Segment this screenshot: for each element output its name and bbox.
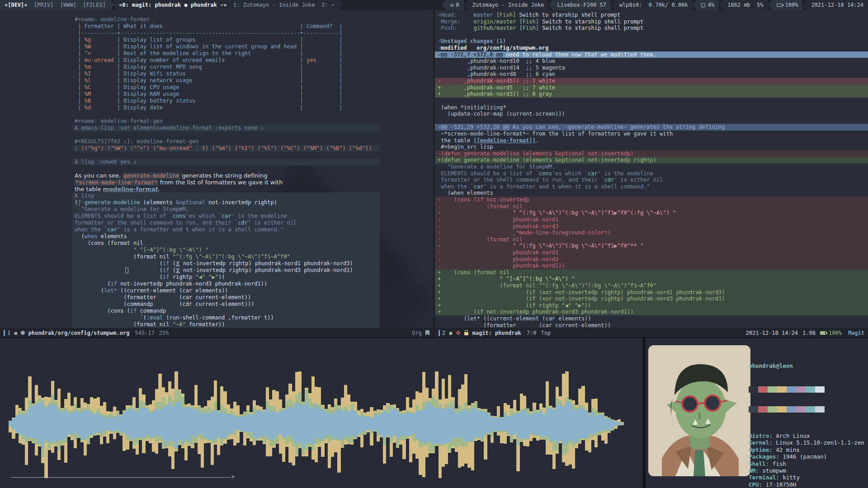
waveform-bar	[54, 405, 57, 442]
buffer-line: ELEMENTS should be a list of `cons'es wh…	[0, 213, 433, 220]
waveform-bar	[325, 411, 328, 436]
text-segment: [[modeline-format]]	[473, 137, 535, 144]
text-segment: ˅	[438, 12, 441, 18]
waveform-bar	[139, 408, 142, 438]
text-segment	[307, 98, 336, 104]
waveform-bar	[279, 412, 282, 434]
waveform-bar	[390, 409, 393, 437]
text-segment: | Display date |	[114, 104, 307, 111]
waveform-bar	[181, 407, 184, 442]
text-segment: + ,phundrak-nord3)) ;; 8 gray	[438, 91, 552, 97]
waveform-terminal-window[interactable]: >	[0, 338, 643, 488]
window-number: 1	[4, 330, 10, 336]
palette-swatch	[777, 406, 787, 413]
text-segment: (format nil	[75, 321, 173, 328]
text-segment: | Display number of unread emails |	[114, 57, 307, 63]
palette-swatch	[749, 406, 758, 413]
waveform-bar	[347, 412, 350, 438]
text-segment: (	[75, 281, 110, 287]
buffer-line	[0, 152, 433, 159]
diff-line: ˅@@ -372,7 +372,8 @@ need to reload them…	[435, 52, 868, 58]
text-segment: |	[75, 84, 85, 90]
waveform-bar	[295, 403, 298, 444]
text-segment: "^(:fg \"~A\")^(:bg \"~A\")^f1~A^f0"	[173, 253, 290, 260]
battery-icon	[777, 4, 783, 7]
waveform-bar	[581, 408, 585, 438]
text-segment	[75, 247, 133, 253]
magit-status-window[interactable]: ˅Head: master [Fish] Switch to starship …	[435, 10, 868, 328]
fetch-info-line: Uptime: 42 mins	[749, 446, 866, 453]
text-segment: let*	[104, 287, 117, 294]
buffer-line: λ lisp :noweb yes ↓	[0, 159, 433, 165]
text-segment: (when elements	[438, 190, 493, 196]
fetch-label: Packages	[749, 453, 776, 460]
waveform-bar	[415, 411, 419, 439]
battery-icon	[820, 331, 826, 335]
waveform-bar	[409, 413, 412, 435]
org-buffer-window[interactable]: #+name: modeline-format | Formatter | Wh…	[0, 10, 433, 328]
fetch-info-line: Kernel: Linux 5.15.10-zen1-1.1-zen	[749, 439, 866, 446]
palette-swatch	[758, 386, 768, 393]
text-segment: when	[85, 233, 98, 239]
waveform-bar	[250, 414, 253, 432]
git-branch-icon	[456, 331, 461, 335]
shell-prompt[interactable]: ~ via v17.2.0 λ >	[749, 468, 793, 488]
waveform-bar	[87, 410, 90, 436]
palette-swatch	[796, 386, 806, 393]
palette-swatch	[768, 406, 777, 413]
text-segment: ,phundrak-nord10 ;; 4 blue	[438, 58, 555, 64]
text-segment: (	[75, 233, 85, 239]
waveform-bar	[71, 412, 74, 436]
waveform-bar	[604, 418, 608, 430]
emacs-frame: #+name: modeline-format | Formatter | Wh…	[0, 10, 868, 337]
buffer-line: (formatter (car current-element))	[0, 294, 433, 301]
text-segment: ~*screen-mode-line-format*~ from the lis…	[438, 131, 673, 137]
buffer-line: (format nil "~A" formatter))	[0, 321, 433, 328]
diff-line: + (if (xor not-invertedp rightp) phundra…	[435, 289, 868, 296]
fetch-value: Arch Linux	[776, 432, 810, 439]
waveform-bar	[504, 415, 507, 431]
text-segment	[516, 25, 519, 31]
text-segment	[307, 77, 336, 84]
text-segment: + (if (xor not-invertedp rightp) phundra…	[438, 296, 725, 302]
waveform-bar	[132, 410, 136, 439]
scroll-percent: Top	[541, 330, 551, 336]
waveform-bar	[308, 407, 311, 443]
group-list[interactable]: «[DEV]» [PRIV] [WWW] [FILES]	[0, 0, 110, 10]
text-segment: (run-shell-command ,formatter t))	[163, 314, 274, 321]
waveform-bar	[591, 412, 594, 435]
waveform-bar	[572, 409, 575, 443]
waveform-bar	[272, 411, 275, 439]
waveform-bar	[90, 413, 93, 435]
diff-line: - (format nil	[435, 203, 868, 210]
text-segment: if	[163, 260, 169, 267]
waveform-bar	[455, 413, 458, 439]
buffer-line: (if not-invertedp phundrak-nord3 phundra…	[0, 281, 433, 287]
buffer-line: the table modeline-format.	[0, 186, 433, 192]
waveform-bar	[220, 412, 223, 439]
buffer-line: (when *initializing*	[435, 104, 868, 111]
fetch-terminal-window[interactable]: phundrak@leon Distro: Arch LinuxKernel: …	[646, 338, 868, 488]
waveform-bar	[35, 404, 38, 440]
waveform-bar	[240, 416, 243, 431]
cpu-icon	[701, 3, 705, 7]
buffer-line: | %m | Display current MPD song | |	[0, 64, 433, 70]
text-segment: |	[75, 37, 85, 43]
window-list[interactable]: «0: magit: phundrak ● phundrak -» 1: Zut…	[114, 0, 339, 10]
text-segment: if	[110, 281, 117, 287]
palette-swatch	[787, 386, 796, 393]
waveform-bar	[367, 416, 370, 430]
modeline-org: 1 ● phundrak/org/config/stumpwm.org 545:…	[0, 328, 433, 337]
text-segment: |	[336, 37, 342, 43]
text-segment: |	[336, 91, 342, 97]
text-segment: - phundrak-nord1	[438, 249, 558, 256]
diff-line: + ,phundrak-nord3)) ;; 8 gray	[435, 91, 868, 98]
text-segment: |	[336, 50, 342, 56]
saved-indicator-icon: ●	[449, 330, 452, 336]
diff-line: + (if rightp "◀" "▶"))	[435, 302, 868, 309]
palette-swatch	[815, 386, 825, 393]
fetch-label: Distro	[749, 432, 769, 439]
waveform-bar	[529, 415, 533, 433]
powerline-arrow-icon	[611, 0, 615, 10]
waveform-bar	[549, 408, 552, 442]
